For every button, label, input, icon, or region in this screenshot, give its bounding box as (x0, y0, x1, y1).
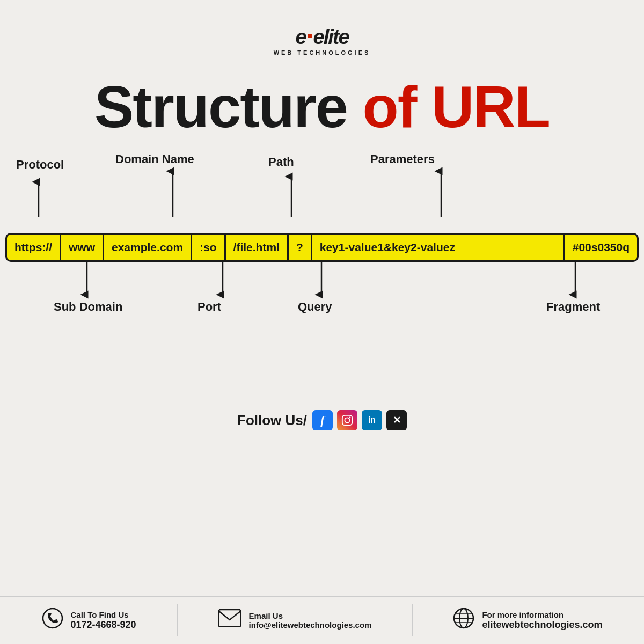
title-part2: of (363, 74, 431, 140)
label-protocol: Protocol (16, 158, 64, 172)
logo-brand: elite (313, 26, 349, 48)
seg-https: https:// (7, 235, 61, 260)
label-subdomain: Sub Domain (54, 300, 122, 314)
title-part1: Structure (94, 74, 363, 140)
label-path: Path (268, 155, 294, 169)
instagram-icon[interactable] (337, 410, 357, 430)
svg-rect-12 (218, 610, 241, 627)
follow-label: Follow Us/ (237, 412, 307, 429)
social-icons: f in ✕ (312, 410, 407, 430)
footer-web-text: For more information elitewebtechnologie… (482, 610, 602, 631)
logo-subtitle: WEB TECHNOLOGIES (0, 49, 644, 56)
footer-email-text: Email Us info@elitewebtechnologies.com (249, 611, 372, 630)
svg-rect-8 (342, 415, 352, 425)
linkedin-icon[interactable]: in (362, 410, 382, 430)
page-title: Structure of URL (32, 77, 612, 136)
main-title-area: Structure of URL (0, 61, 644, 147)
label-query: Query (298, 300, 332, 314)
twitter-icon[interactable]: ✕ (386, 410, 407, 430)
seg-www: www (61, 235, 104, 260)
url-pill: https:// www example.com :so /file.html … (5, 233, 639, 262)
phone-icon (42, 608, 63, 634)
seg-path: /file.html (226, 235, 289, 260)
web-value: elitewebtechnologies.com (482, 619, 602, 631)
arrows-svg (0, 152, 644, 378)
logo-area: e·elite WEB TECHNOLOGIES (0, 0, 644, 56)
email-label: Email Us (249, 611, 372, 620)
url-diagram: Protocol Domain Name Path Parameters htt… (0, 152, 644, 378)
globe-icon (453, 608, 474, 634)
footer-phone-text: Call To Find Us 0172-4668-920 (71, 610, 136, 631)
seg-fragment: #00s0350q (565, 235, 637, 260)
web-label: For more information (482, 610, 602, 619)
logo: e·elite (0, 21, 644, 48)
seg-port: :so (192, 235, 226, 260)
svg-rect-11 (43, 609, 62, 628)
phone-label: Call To Find Us (71, 610, 136, 619)
phone-value: 0172-4668-920 (71, 619, 136, 631)
seg-params: key1-value1&key2-valuez (312, 235, 565, 260)
follow-section: Follow Us/ f in ✕ (0, 399, 644, 436)
svg-point-10 (349, 417, 351, 419)
email-value: info@elitewebtechnologies.com (249, 620, 372, 630)
label-parameters: Parameters (370, 152, 435, 166)
footer-email: Email Us info@elitewebtechnologies.com (218, 609, 372, 632)
footer-web: For more information elitewebtechnologie… (453, 608, 602, 634)
facebook-icon[interactable]: f (312, 410, 333, 430)
logo-e: e (295, 26, 306, 48)
footer: Call To Find Us 0172-4668-920 Email Us i… (0, 596, 644, 644)
footer-phone: Call To Find Us 0172-4668-920 (42, 608, 136, 634)
url-bar: https:// www example.com :so /file.html … (5, 233, 639, 262)
email-icon (218, 609, 241, 632)
seg-query-sep: ? (289, 235, 312, 260)
footer-divider-2 (412, 604, 413, 636)
follow-text: Follow Us/ f in ✕ (237, 410, 407, 430)
svg-point-9 (345, 418, 349, 422)
label-port: Port (197, 300, 221, 314)
label-fragment: Fragment (546, 300, 600, 314)
label-domain-name: Domain Name (115, 152, 194, 166)
seg-domain: example.com (104, 235, 192, 260)
footer-divider-1 (177, 604, 178, 636)
title-part3: URL (431, 74, 550, 140)
logo-dot: · (306, 21, 313, 51)
